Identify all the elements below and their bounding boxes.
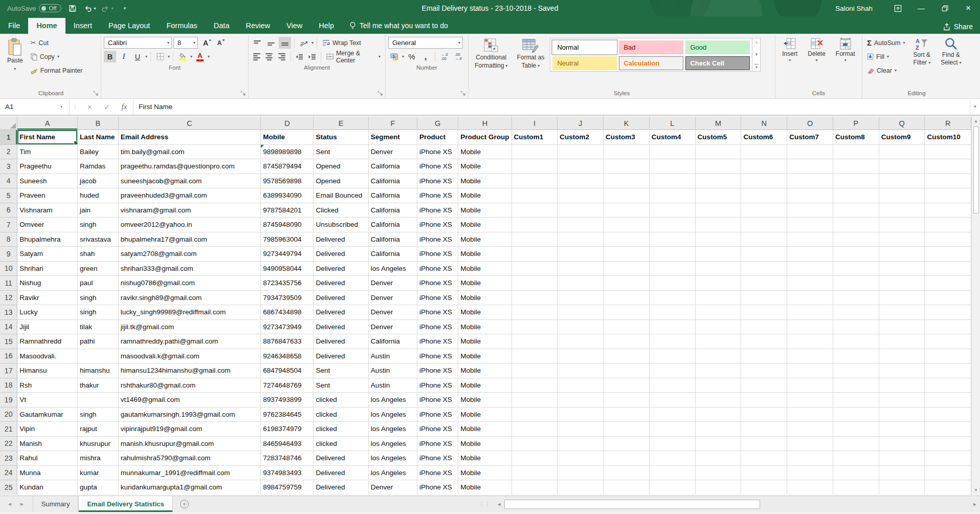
cell-L17[interactable] xyxy=(650,363,696,378)
row-header-25[interactable]: 25 xyxy=(0,480,17,495)
cell-D22[interactable]: 8465946493 xyxy=(261,437,314,452)
cell-L16[interactable] xyxy=(650,349,696,364)
cell-B14[interactable]: tilak xyxy=(78,320,119,335)
cell-F20[interactable]: los Angeles xyxy=(369,408,417,422)
increase-font-size-button[interactable]: A▲ xyxy=(199,37,212,49)
column-header-M[interactable]: M xyxy=(696,117,742,130)
cell-G24[interactable]: iPhone XS xyxy=(417,466,458,481)
name-box-dropdown-icon[interactable]: ▾ xyxy=(57,104,66,109)
middle-align-button[interactable] xyxy=(265,37,277,49)
cell-O8[interactable] xyxy=(787,232,833,247)
column-header-K[interactable]: K xyxy=(604,117,650,130)
cell-O12[interactable] xyxy=(787,291,833,306)
cell-K13[interactable] xyxy=(604,305,650,320)
cell-Q12[interactable] xyxy=(879,291,925,306)
cell-C1[interactable]: Email Address xyxy=(119,130,261,145)
cell-G5[interactable]: iPhone XS xyxy=(417,188,458,203)
cell-L13[interactable] xyxy=(650,305,696,320)
conditional-formatting-button[interactable]: ≠ Conditional Formatting▾ xyxy=(471,36,511,70)
cell-F8[interactable]: California xyxy=(369,232,417,247)
cell-O6[interactable] xyxy=(787,203,833,218)
cell-J15[interactable] xyxy=(558,334,604,349)
cell-O23[interactable] xyxy=(787,451,833,466)
cell-Q10[interactable] xyxy=(879,262,925,276)
bold-button[interactable]: B xyxy=(104,51,116,62)
cell-C17[interactable]: himansu1234himanshu@gmail.com xyxy=(119,363,261,378)
cell-M4[interactable] xyxy=(696,174,742,189)
cell-I4[interactable] xyxy=(512,174,558,189)
cell-C24[interactable]: munnakumar_1991@rediffmail.com xyxy=(119,466,261,481)
cell-N20[interactable] xyxy=(741,408,787,422)
underline-button[interactable]: U xyxy=(131,51,144,62)
cell-A16[interactable]: Masoodvali. xyxy=(17,349,78,364)
font-family-select[interactable]: Calibri ▾ xyxy=(104,37,172,49)
cell-F10[interactable]: los Angeles xyxy=(369,262,417,276)
tab-split-handle[interactable]: ⋮⋮ xyxy=(479,501,490,507)
cell-K16[interactable] xyxy=(604,349,650,364)
column-header-P[interactable]: P xyxy=(833,117,879,130)
cell-L1[interactable]: Custom4 xyxy=(650,130,696,145)
cell-P23[interactable] xyxy=(833,451,879,466)
tab-home[interactable]: Home xyxy=(28,18,65,34)
percent-style-button[interactable]: % xyxy=(406,51,418,62)
cell-N16[interactable] xyxy=(741,349,787,364)
cell-Q21[interactable] xyxy=(879,422,925,437)
cell-J7[interactable] xyxy=(558,218,604,232)
share-button[interactable]: Share xyxy=(943,23,973,31)
cell-F17[interactable]: Austin xyxy=(369,363,417,378)
cell-C8[interactable]: bhupalmehra17@gmail.com xyxy=(119,232,261,247)
cell-P3[interactable] xyxy=(833,159,879,174)
cell-A23[interactable]: Rahul xyxy=(17,451,78,466)
cell-K8[interactable] xyxy=(604,232,650,247)
cell-L25[interactable] xyxy=(650,480,696,495)
cell-B16[interactable] xyxy=(78,349,119,364)
row-header-14[interactable]: 14 xyxy=(0,320,17,335)
cell-C7[interactable]: omveer2012@yahoo.in xyxy=(119,218,261,232)
cell-D12[interactable]: 7934739509 xyxy=(261,291,314,306)
cell-N13[interactable] xyxy=(741,305,787,320)
cell-L3[interactable] xyxy=(650,159,696,174)
cell-I16[interactable] xyxy=(512,349,558,364)
cell-C18[interactable]: rshthakur80@gmail.com xyxy=(119,378,261,393)
cell-C21[interactable]: vipinrajput919@gmail.com xyxy=(119,422,261,437)
column-header-A[interactable]: A xyxy=(17,117,78,130)
cell-D6[interactable]: 9787584201 xyxy=(261,203,314,218)
cell-R10[interactable] xyxy=(925,262,971,276)
cell-Q25[interactable] xyxy=(879,480,925,495)
cell-E2[interactable]: Sent xyxy=(314,145,368,160)
cell-B4[interactable]: jacob xyxy=(78,174,119,189)
cell-Q5[interactable] xyxy=(879,188,925,203)
scroll-down-icon[interactable]: ▼ xyxy=(972,486,980,495)
cell-K2[interactable] xyxy=(604,145,650,160)
cell-B9[interactable]: shah xyxy=(78,247,119,262)
cell-E8[interactable]: Delivered xyxy=(314,232,368,247)
cell-R25[interactable] xyxy=(925,480,971,495)
column-header-I[interactable]: I xyxy=(512,117,558,130)
cell-P24[interactable] xyxy=(833,466,879,481)
cell-N19[interactable] xyxy=(741,393,787,408)
cell-I22[interactable] xyxy=(512,437,558,452)
cell-E24[interactable]: Delivered xyxy=(314,466,368,481)
cell-L15[interactable] xyxy=(650,334,696,349)
row-header-19[interactable]: 19 xyxy=(0,393,17,408)
sort-filter-button[interactable]: AZ Sort & Filter▾ xyxy=(909,36,934,67)
cell-M11[interactable] xyxy=(696,276,742,291)
save-button[interactable] xyxy=(66,2,79,15)
tab-data[interactable]: Data xyxy=(206,18,238,34)
cell-C3[interactable]: prageethu.ramdas@questionpro.com xyxy=(119,159,261,174)
cell-K18[interactable] xyxy=(604,378,650,393)
cell-P10[interactable] xyxy=(833,262,879,276)
cell-B1[interactable]: Last Name xyxy=(78,130,119,145)
increase-indent-button[interactable] xyxy=(306,51,318,62)
cell-R19[interactable] xyxy=(925,393,971,408)
cell-J18[interactable] xyxy=(558,378,604,393)
column-header-C[interactable]: C xyxy=(119,117,261,130)
cell-O3[interactable] xyxy=(787,159,833,174)
cell-P2[interactable] xyxy=(833,145,879,160)
cell-H13[interactable]: Mobile xyxy=(458,305,511,320)
cell-L10[interactable] xyxy=(650,262,696,276)
cell-N11[interactable] xyxy=(741,276,787,291)
cell-D2[interactable]: 9898989898 xyxy=(261,145,314,160)
cell-O5[interactable] xyxy=(787,188,833,203)
cell-M14[interactable] xyxy=(696,320,742,335)
